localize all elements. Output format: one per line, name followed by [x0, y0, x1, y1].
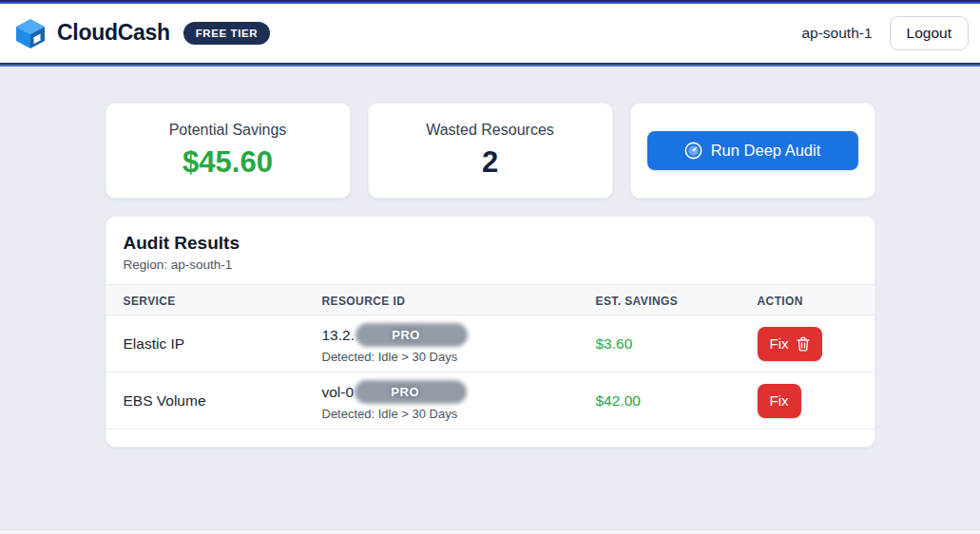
app-title: CloudCash: [57, 20, 170, 46]
pro-badge: PRO: [355, 380, 455, 404]
compass-icon: [684, 142, 702, 160]
fix-button-label: Fix: [770, 335, 789, 352]
service-name: Elastic IP: [124, 335, 322, 353]
table-row-elastic-ip: Elastic IP 13.2. PRO Detected: Idle > 30…: [106, 315, 874, 372]
page-bottom-edge: [0, 529, 980, 534]
audit-results-header: Audit Results Region: ap-south-1: [106, 217, 874, 284]
header-right-group: ap-south-1 Logout: [801, 16, 969, 50]
detected-status: Detected: Idle > 30 Days: [322, 350, 596, 364]
column-header-service: SERVICE: [124, 295, 322, 308]
brand-group: CloudCash FREE TIER: [13, 16, 270, 50]
top-navigation-bar: CloudCash FREE TIER ap-south-1 Logout: [0, 0, 980, 67]
column-header-est-savings: EST. SAVINGS: [596, 295, 758, 308]
resource-id-prefix: 13.2.: [322, 327, 355, 344]
potential-savings-value: $45.60: [183, 145, 273, 180]
run-deep-audit-label: Run Deep Audit: [711, 142, 821, 160]
column-header-action: ACTION: [758, 295, 857, 308]
fix-button[interactable]: Fix: [758, 384, 801, 418]
table-row-ebs-volume: EBS Volume vol-0 PRO Detected: Idle > 30…: [106, 372, 874, 429]
detected-status: Detected: Idle > 30 Days: [322, 407, 596, 421]
potential-savings-card: Potential Savings $45.60: [106, 103, 351, 199]
deep-audit-card: Run Deep Audit: [630, 103, 875, 199]
cube-logo-icon: [13, 16, 48, 50]
table-header-row: SERVICE RESOURCE ID EST. SAVINGS ACTION: [106, 284, 874, 315]
audit-results-card: Audit Results Region: ap-south-1 SERVICE…: [106, 216, 875, 448]
main-content: Potential Savings $45.60 Wasted Resource…: [106, 103, 875, 448]
trash-icon: [797, 336, 810, 352]
wasted-resources-card: Wasted Resources 2: [368, 103, 613, 199]
estimated-savings: $3.60: [596, 335, 758, 353]
fix-button-label: Fix: [770, 392, 789, 409]
service-name: EBS Volume: [124, 392, 322, 410]
wasted-resources-value: 2: [482, 145, 498, 180]
resource-id-cell: 13.2. PRO Detected: Idle > 30 Days: [322, 323, 596, 364]
stats-row: Potential Savings $45.60 Wasted Resource…: [106, 103, 875, 199]
audit-region-subtitle: Region: ap-south-1: [124, 257, 857, 272]
action-cell: Fix: [758, 384, 857, 418]
pro-badge: PRO: [355, 323, 456, 347]
fix-button[interactable]: Fix: [758, 327, 822, 361]
audit-results-title: Audit Results: [124, 233, 857, 254]
potential-savings-label: Potential Savings: [169, 122, 287, 139]
estimated-savings: $42.00: [596, 392, 758, 410]
run-deep-audit-button[interactable]: Run Deep Audit: [647, 131, 858, 170]
action-cell: Fix: [758, 327, 857, 361]
resource-id-prefix: vol-0: [322, 384, 355, 401]
logout-button[interactable]: Logout: [890, 16, 969, 50]
wasted-resources-label: Wasted Resources: [426, 122, 554, 139]
free-tier-badge: FREE TIER: [183, 22, 270, 45]
resource-id-cell: vol-0 PRO Detected: Idle > 30 Days: [322, 380, 596, 421]
region-indicator: ap-south-1: [801, 25, 872, 42]
column-header-resource-id: RESOURCE ID: [322, 295, 596, 308]
masked-resource-pro-pill[interactable]: PRO: [355, 380, 467, 404]
masked-resource-pro-pill[interactable]: PRO: [355, 323, 468, 347]
